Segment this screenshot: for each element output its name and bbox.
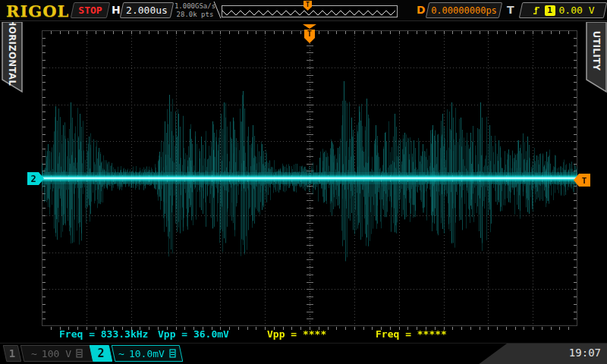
trigger-delay-value: 0.00000000ps bbox=[427, 2, 501, 18]
timebase-value: 2.000us bbox=[121, 2, 172, 18]
acquisition-info: 1.000GSa/s 28.0k pts bbox=[171, 2, 219, 19]
channel1-number[interactable]: 1 bbox=[5, 345, 20, 362]
trigger-level-value: 0.00 V bbox=[559, 5, 595, 16]
trigger-source-badge: 1 bbox=[545, 5, 555, 16]
top-status-bar: RIGOL STOP H 2.000us 1.000GSa/s 28.0k pt… bbox=[0, 0, 607, 21]
status-corner-panel: 19:07 bbox=[478, 344, 607, 364]
delay-d-label: D bbox=[417, 4, 426, 16]
trigger-status-readout[interactable]: 1 0.00 V bbox=[521, 2, 605, 18]
measurement-freq-ch1: Freq = ***** bbox=[376, 328, 447, 340]
memory-depth: 28.0k pts bbox=[171, 11, 219, 19]
run-state-indicator[interactable]: STOP bbox=[72, 2, 109, 18]
rising-edge-icon bbox=[532, 5, 541, 17]
channel2-number-label: 2 bbox=[91, 345, 111, 362]
channel1-number-label: 1 bbox=[5, 345, 20, 362]
trigger-delay-readout[interactable]: 0.00000000ps bbox=[427, 2, 501, 18]
bottom-channel-bar: 19:07 1 ~ 100 V 2 bbox=[0, 343, 607, 364]
channel2-number[interactable]: 2 bbox=[91, 345, 111, 362]
channel2-scale-value: 10.0mV bbox=[129, 348, 165, 359]
svg-text:2: 2 bbox=[30, 174, 36, 184]
waveform-display bbox=[42, 30, 577, 331]
measurement-row: Freq = 833.3kHz Vpp = 36.0mV Vpp = **** … bbox=[0, 328, 607, 341]
trigger-level-marker-icon[interactable]: T bbox=[574, 174, 590, 187]
horizontal-h-label: H bbox=[112, 4, 121, 16]
rigol-logo: RIGOL bbox=[6, 2, 69, 20]
svg-text:T: T bbox=[582, 176, 587, 186]
svg-text:T: T bbox=[306, 2, 310, 8]
sample-rate: 1.000GSa/s bbox=[171, 2, 219, 11]
clock: 19:07 bbox=[569, 347, 601, 359]
tab-horizontal-menu[interactable]: HORIZONTAL bbox=[2, 22, 23, 93]
measurement-freq-ch2: Freq = 833.3kHz bbox=[59, 328, 148, 340]
svg-text:T: T bbox=[307, 30, 312, 38]
memory-trigger-position-icon[interactable]: T bbox=[304, 1, 312, 11]
timebase-readout[interactable]: 2.000us bbox=[121, 2, 172, 18]
trigger-t-label: T bbox=[507, 4, 514, 16]
channel2-coupling-icon: ~ bbox=[118, 348, 124, 359]
channel2-probe-icon bbox=[169, 349, 176, 358]
trigger-position-marker-icon[interactable]: T bbox=[303, 24, 316, 44]
channel2-reference-marker-icon[interactable]: 2 bbox=[27, 172, 44, 185]
channel1-coupling-icon: ~ bbox=[31, 348, 37, 359]
measurement-vpp-ch1: Vpp = **** bbox=[267, 328, 326, 340]
channel1-scale[interactable]: ~ 100 V bbox=[22, 345, 92, 362]
tab-horizontal-label: HORIZONTAL bbox=[7, 22, 17, 86]
tab-utility-label: UTILITY bbox=[591, 31, 602, 71]
channel2-scale[interactable]: ~ 10.0mV bbox=[113, 345, 181, 362]
channel1-scale-value: 100 V bbox=[42, 348, 71, 359]
run-state-label: STOP bbox=[72, 2, 109, 18]
channel1-probe-icon bbox=[76, 349, 83, 358]
tab-utility-menu[interactable]: UTILITY bbox=[586, 22, 607, 93]
measurement-vpp-ch2: Vpp = 36.0mV bbox=[158, 328, 229, 340]
